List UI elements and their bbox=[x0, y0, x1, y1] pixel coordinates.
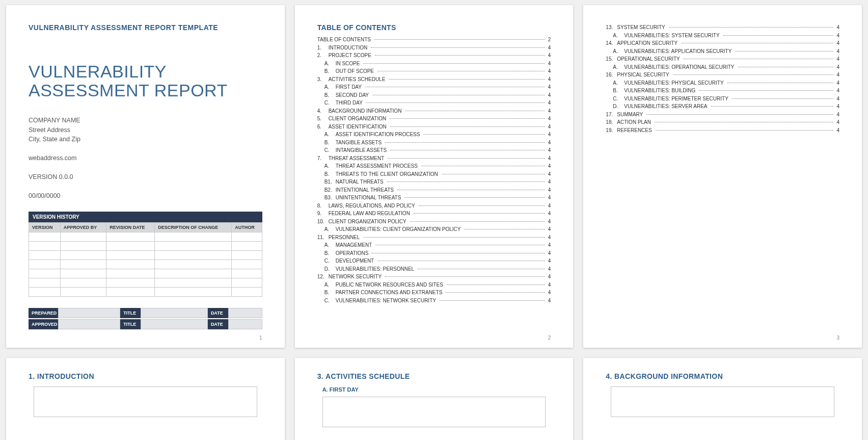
date-label-2: DATE bbox=[208, 319, 228, 329]
content-box bbox=[611, 386, 834, 417]
approved-title-field bbox=[141, 319, 208, 329]
document-date: 00/00/0000 bbox=[29, 191, 262, 201]
street-address: Street Address bbox=[29, 125, 262, 135]
prepared-by-row: PREPARED BY TITLE DATE bbox=[29, 308, 262, 318]
content-box bbox=[322, 397, 546, 427]
col-version: VERSION bbox=[29, 223, 61, 232]
prepared-date-field bbox=[228, 308, 262, 318]
page-4: 1. INTRODUCTION bbox=[6, 358, 285, 440]
toc-entry: 15.OPERATIONAL SECURITY4 bbox=[606, 55, 839, 63]
col-approved-by: APPROVED BY bbox=[60, 223, 106, 232]
toc-entry: D.VULNERABILITIES: SERVER AREA4 bbox=[606, 102, 839, 111]
page-5: 3. ACTIVITIES SCHEDULE A. FIRST DAY bbox=[295, 358, 574, 440]
toc-entry: B.OPERATIONS4 bbox=[317, 249, 551, 257]
toc-entry: 16.PHYSICAL SECURITY4 bbox=[606, 71, 839, 79]
toc-entry: TABLE OF CONTENTS2 bbox=[317, 36, 551, 44]
page-3: 13.SYSTEM SECURITY4A.VULNERABILITIES: SY… bbox=[583, 5, 862, 348]
toc-entry: B1.NATURAL THREATS4 bbox=[317, 178, 551, 186]
toc-entry: A.MANAGEMENT4 bbox=[317, 241, 551, 249]
subsection-first-day: A. FIRST DAY bbox=[322, 386, 551, 393]
toc-entry: A.VULNERABILITIES: OPERATIONAL SECURITY4 bbox=[606, 63, 839, 71]
company-name: COMPANY NAME bbox=[29, 116, 262, 125]
table-row bbox=[29, 260, 262, 269]
table-row bbox=[29, 278, 262, 288]
title-label-2: TITLE bbox=[120, 319, 141, 329]
toc-entry: 14.APPLICATION SECURITY4 bbox=[606, 39, 839, 47]
col-description: DESCRIPTION OF CHANGE bbox=[155, 223, 232, 232]
date-label: DATE bbox=[208, 308, 228, 318]
col-revision-date: REVISION DATE bbox=[106, 223, 155, 232]
table-row bbox=[29, 251, 262, 260]
approved-by-row: APPROVED BY TITLE DATE bbox=[29, 319, 262, 329]
toc-entry: A.THREAT ASSESSMENT PROCESS4 bbox=[317, 162, 551, 170]
toc-entry: 12.NETWORK SECURITY4 bbox=[317, 273, 551, 281]
toc-entry: B.PARTNER CONNECTIONS AND EXTRANETS4 bbox=[317, 289, 551, 297]
prepared-title-field bbox=[141, 308, 208, 318]
version-history-header: VERSION HISTORY bbox=[29, 212, 262, 222]
page-2: TABLE OF CONTENTS TABLE OF CONTENTS21.IN… bbox=[295, 5, 574, 348]
toc-entry: A.VULNERABILITIES: PHYSICAL SECURITY4 bbox=[606, 79, 839, 87]
toc-entry: 6.ASSET IDENTIFICATION4 bbox=[317, 123, 551, 131]
approved-by-field bbox=[58, 319, 120, 329]
toc-entry: 7.THREAT ASSESSMENT4 bbox=[317, 154, 551, 163]
section-heading-activities: 3. ACTIVITIES SCHEDULE bbox=[317, 372, 551, 380]
toc-entry: A.VULNERABILITIES: SYSTEM SECURITY4 bbox=[606, 32, 839, 40]
approved-date-field bbox=[228, 319, 262, 329]
toc-entry: C.VULNERABILITIES: NETWORK SECURITY4 bbox=[317, 297, 551, 305]
page-6: 4. BACKGROUND INFORMATION bbox=[583, 358, 862, 440]
toc-entry: A.FIRST DAY4 bbox=[317, 83, 551, 91]
toc-entry: B.SECOND DAY4 bbox=[317, 91, 551, 99]
toc-entry: C.VULNERABILITIES: PERIMETER SECURITY4 bbox=[606, 95, 839, 103]
col-author: AUTHOR bbox=[232, 223, 262, 232]
toc-entry: A.ASSET IDENTIFICATION PROCESS4 bbox=[317, 131, 551, 139]
toc-entry: 18.ACTION PLAN4 bbox=[606, 118, 839, 126]
toc-list: TABLE OF CONTENTS21.INTRODUCTION42.PROJE… bbox=[317, 36, 551, 304]
prepared-by-field bbox=[58, 308, 120, 318]
page-number: 3 bbox=[836, 335, 839, 341]
web-address: webaddress.com bbox=[29, 153, 262, 163]
toc-entry: B.TANGIBLE ASSETS4 bbox=[317, 139, 551, 147]
toc-entry: 10.CLIENT ORGANIZATION POLICY4 bbox=[317, 218, 551, 226]
toc-entry: 13.SYSTEM SECURITY4 bbox=[606, 23, 839, 32]
toc-entry: 19.REFERENCES4 bbox=[606, 126, 839, 135]
toc-entry: 5.CLIENT ORGANIZATION4 bbox=[317, 115, 551, 123]
toc-entry: C.THIRD DAY4 bbox=[317, 99, 551, 107]
toc-entry: A.VULNERABILITIES: APPLICATION SECURITY4 bbox=[606, 47, 839, 56]
toc-entry: A.VULNERABILITIES: CLIENT ORGANIZATION P… bbox=[317, 225, 551, 234]
toc-entry: B.VULNERABILITIES: BUILDING4 bbox=[606, 87, 839, 95]
toc-entry: 11.PERSONNEL4 bbox=[317, 234, 551, 242]
toc-entry: B.OUT OF SCOPE4 bbox=[317, 67, 551, 75]
toc-entry: 1.INTRODUCTION4 bbox=[317, 44, 551, 52]
section-heading-introduction: 1. INTRODUCTION bbox=[29, 372, 262, 380]
content-box bbox=[34, 386, 257, 417]
toc-entry: 8.LAWS, REGULATIONS, AND POLICY4 bbox=[317, 202, 551, 210]
template-label: VULNERABILITY ASSESSMENT REPORT TEMPLATE bbox=[29, 23, 262, 32]
page-1: VULNERABILITY ASSESSMENT REPORT TEMPLATE… bbox=[6, 5, 285, 348]
toc-list-continued: 13.SYSTEM SECURITY4A.VULNERABILITIES: SY… bbox=[606, 23, 839, 134]
approved-by-label: APPROVED BY bbox=[29, 319, 58, 329]
toc-entry: 17.SUMMARY4 bbox=[606, 111, 839, 119]
prepared-by-label: PREPARED BY bbox=[29, 308, 58, 318]
toc-entry: C.INTANGIBLE ASSETS4 bbox=[317, 146, 551, 154]
toc-heading: TABLE OF CONTENTS bbox=[317, 23, 551, 32]
toc-entry: 4.BACKGROUND INFORMATION4 bbox=[317, 107, 551, 115]
table-row bbox=[29, 232, 262, 242]
toc-entry: A.IN SCOPE4 bbox=[317, 60, 551, 68]
toc-entry: D.VULNERABILITIES: PERSONNEL4 bbox=[317, 265, 551, 273]
toc-entry: B.THREATS TO THE CLIENT ORGANIZATION4 bbox=[317, 170, 551, 178]
table-row bbox=[29, 288, 262, 297]
version-history-table: VERSION APPROVED BY REVISION DATE DESCRI… bbox=[29, 222, 262, 297]
section-heading-background: 4. BACKGROUND INFORMATION bbox=[606, 372, 839, 380]
city-state-zip: City, State and Zip bbox=[29, 135, 262, 144]
toc-entry: C.DEVELOPMENT4 bbox=[317, 257, 551, 265]
title-label: TITLE bbox=[120, 308, 141, 318]
page-number: 2 bbox=[548, 335, 551, 341]
toc-entry: 2.PROJECT SCOPE4 bbox=[317, 51, 551, 60]
toc-entry: B3.UNINTENTIONAL THREATS4 bbox=[317, 194, 551, 202]
toc-entry: 3.ACTIVITIES SCHEDULE4 bbox=[317, 75, 551, 84]
toc-entry: 9.FEDERAL LAW AND REGULATION4 bbox=[317, 210, 551, 218]
toc-entry: A.PUBLIC NETWORK RESOURCES AND SITES4 bbox=[317, 281, 551, 289]
version-number: VERSION 0.0.0 bbox=[29, 172, 262, 182]
document-title: VULNERABILITY ASSESSMENT REPORT bbox=[29, 62, 262, 100]
toc-entry: B2.INTENTIONAL THREATS4 bbox=[317, 186, 551, 194]
